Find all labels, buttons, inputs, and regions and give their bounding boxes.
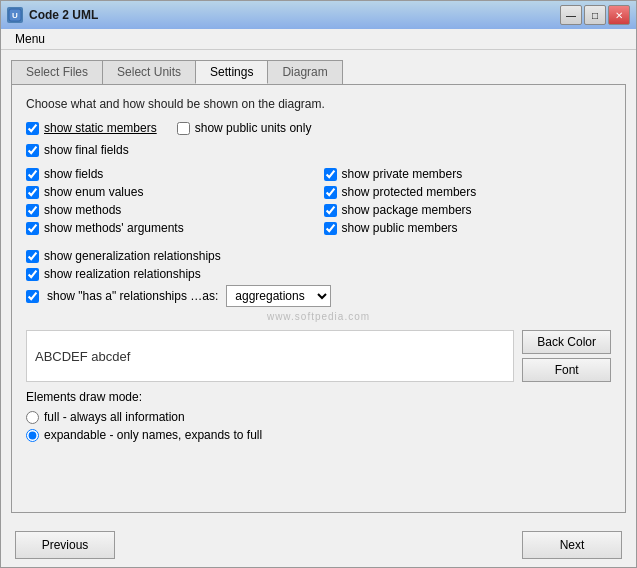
checkbox-show-static-members[interactable] — [26, 122, 39, 135]
row-show-methods: show methods — [26, 203, 314, 217]
has-a-dropdown[interactable]: aggregations compositions dependencies — [226, 285, 331, 307]
radio-draw-mode-expandable[interactable] — [26, 429, 39, 442]
checkbox-show-private-members[interactable] — [324, 168, 337, 181]
row-has-a: show "has a" relationships …as: aggregat… — [26, 285, 611, 307]
checkbox-show-methods-arguments[interactable] — [26, 222, 39, 235]
checkbox-show-generalization[interactable] — [26, 250, 39, 263]
row-show-generalization: show generalization relationships — [26, 249, 611, 263]
title-buttons: — □ ✕ — [560, 5, 630, 25]
next-button[interactable]: Next — [522, 531, 622, 559]
checkbox-show-protected-members[interactable] — [324, 186, 337, 199]
app-icon: U — [7, 7, 23, 23]
content-area: Select Files Select Units Settings Diagr… — [1, 50, 636, 523]
checkbox-show-public-members[interactable] — [324, 222, 337, 235]
draw-mode-section: Elements draw mode: full - always all in… — [26, 390, 611, 442]
row-show-package: show package members — [324, 203, 612, 217]
menu-bar: Menu — [1, 29, 636, 50]
row-draw-mode-full: full - always all information — [26, 410, 611, 424]
title-bar-left: U Code 2 UML — [7, 7, 98, 23]
label-draw-mode-expandable[interactable]: expandable - only names, expands to full — [44, 428, 262, 442]
label-show-has-a[interactable]: show "has a" relationships …as: — [47, 289, 218, 303]
font-button[interactable]: Font — [522, 358, 611, 382]
font-preview-text: ABCDEF abcdef — [35, 349, 130, 364]
label-show-realization[interactable]: show realization relationships — [44, 267, 201, 281]
label-show-final-fields[interactable]: show final fields — [44, 143, 129, 157]
row-draw-mode-expandable: expandable - only names, expands to full — [26, 428, 611, 442]
row-show-fields: show fields — [26, 167, 314, 181]
left-col: show fields show enum values show method… — [26, 167, 314, 239]
tab-bar: Select Files Select Units Settings Diagr… — [11, 60, 626, 84]
tab-diagram[interactable]: Diagram — [267, 60, 342, 84]
font-preview-area: ABCDEF abcdef Back Color Font — [26, 330, 611, 382]
checkbox-show-fields[interactable] — [26, 168, 39, 181]
row-show-enum-values: show enum values — [26, 185, 314, 199]
window-title: Code 2 UML — [29, 8, 98, 22]
radio-draw-mode-full[interactable] — [26, 411, 39, 424]
label-show-package-members[interactable]: show package members — [342, 203, 472, 217]
checkbox-show-has-a[interactable] — [26, 290, 39, 303]
label-show-static-members[interactable]: show static members — [44, 121, 157, 135]
row-show-public-members: show public members — [324, 221, 612, 235]
label-show-private-members[interactable]: show private members — [342, 167, 463, 181]
maximize-button[interactable]: □ — [584, 5, 606, 25]
minimize-button[interactable]: — — [560, 5, 582, 25]
row-show-final-fields: show final fields — [26, 143, 611, 157]
checkbox-show-enum-values[interactable] — [26, 186, 39, 199]
main-window: U Code 2 UML — □ ✕ Menu Select Files Sel… — [0, 0, 637, 568]
row-show-public-units: show public units only — [177, 121, 312, 135]
section-title: Choose what and how should be shown on t… — [26, 97, 611, 111]
label-show-generalization[interactable]: show generalization relationships — [44, 249, 221, 263]
draw-mode-label: Elements draw mode: — [26, 390, 611, 404]
two-col-section: show fields show enum values show method… — [26, 167, 611, 239]
label-show-public-units[interactable]: show public units only — [195, 121, 312, 135]
row-show-methods-args: show methods' arguments — [26, 221, 314, 235]
checkbox-show-final-fields[interactable] — [26, 144, 39, 157]
label-show-fields[interactable]: show fields — [44, 167, 103, 181]
svg-text:U: U — [12, 11, 18, 20]
back-color-button[interactable]: Back Color — [522, 330, 611, 354]
row-show-static-members: show static members — [26, 121, 157, 135]
checkbox-show-realization[interactable] — [26, 268, 39, 281]
label-show-protected-members[interactable]: show protected members — [342, 185, 477, 199]
checkbox-show-public-units[interactable] — [177, 122, 190, 135]
tab-settings[interactable]: Settings — [195, 60, 268, 84]
row-show-private: show private members — [324, 167, 612, 181]
tab-select-units[interactable]: Select Units — [102, 60, 196, 84]
checkbox-show-methods[interactable] — [26, 204, 39, 217]
label-draw-mode-full[interactable]: full - always all information — [44, 410, 185, 424]
settings-panel: Choose what and how should be shown on t… — [11, 84, 626, 513]
row-show-realization: show realization relationships — [26, 267, 611, 281]
right-col: show private members show protected memb… — [324, 167, 612, 239]
tab-select-files[interactable]: Select Files — [11, 60, 103, 84]
label-show-methods-arguments[interactable]: show methods' arguments — [44, 221, 184, 235]
previous-button[interactable]: Previous — [15, 531, 115, 559]
close-button[interactable]: ✕ — [608, 5, 630, 25]
menu-item-menu[interactable]: Menu — [9, 30, 51, 48]
watermark: www.softpedia.com — [26, 311, 611, 322]
font-preview-box: ABCDEF abcdef — [26, 330, 514, 382]
bottom-bar: Previous Next — [1, 523, 636, 567]
label-show-public-members[interactable]: show public members — [342, 221, 458, 235]
row-show-protected: show protected members — [324, 185, 612, 199]
label-show-methods[interactable]: show methods — [44, 203, 121, 217]
title-bar: U Code 2 UML — □ ✕ — [1, 1, 636, 29]
checkbox-show-package-members[interactable] — [324, 204, 337, 217]
font-side-buttons: Back Color Font — [522, 330, 611, 382]
label-show-enum-values[interactable]: show enum values — [44, 185, 143, 199]
